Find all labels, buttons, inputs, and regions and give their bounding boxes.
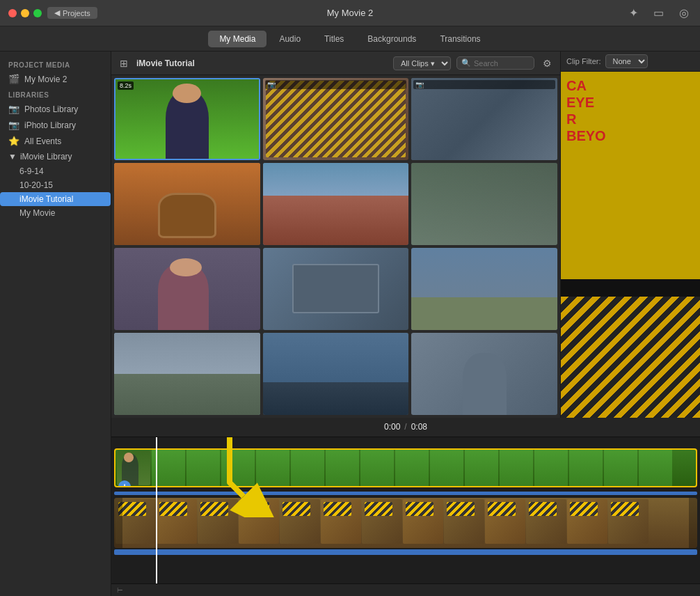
libraries-label: LIBRARIES xyxy=(0,87,111,101)
film-icon: 🎬 xyxy=(8,74,19,84)
frame-1 xyxy=(117,450,150,485)
track-secondary-frames xyxy=(114,498,697,548)
sec-frame-9 xyxy=(444,499,484,544)
time-separator: / xyxy=(404,422,406,432)
sidebar-project-name: My Movie 2 xyxy=(24,74,67,84)
sec-frame-8 xyxy=(403,499,443,544)
frame-16 xyxy=(639,449,672,487)
thumbnail-7[interactable] xyxy=(114,248,260,330)
frame-13 xyxy=(534,449,568,487)
magic-wand-icon[interactable]: ✦ xyxy=(626,5,641,21)
thumbnail-8[interactable] xyxy=(263,248,409,330)
timeline-zoom-icon[interactable]: ⊢ xyxy=(117,586,123,594)
back-label: Projects xyxy=(63,9,90,17)
sec-frame-10 xyxy=(485,499,525,544)
back-button[interactable]: ◀ Projects xyxy=(47,7,97,19)
current-time: 0:00 xyxy=(384,422,400,432)
traffic-lights xyxy=(8,9,42,17)
timeline-header: 0:00 / 0:08 xyxy=(111,418,700,437)
sidebar-imovie-library[interactable]: ▼ iMovie Library xyxy=(0,149,111,164)
sidebar-iphoto-label: iPhoto Library xyxy=(24,120,76,130)
frame-2 xyxy=(152,449,185,487)
thumbnail-11[interactable] xyxy=(263,333,409,415)
titlebar-icons: ✦ ▭ ◎ xyxy=(626,5,692,21)
sidebar-item-iphoto[interactable]: 📷 iPhoto Library xyxy=(0,117,111,133)
thumbnail-12[interactable] xyxy=(411,333,557,415)
camera-icon-3: 📷 xyxy=(413,80,555,89)
aspect-ratio-icon[interactable]: ▭ xyxy=(651,5,667,21)
track-left-handle[interactable] xyxy=(114,498,122,548)
thumbnail-10[interactable] xyxy=(114,333,260,415)
sidebar-item-photos[interactable]: 📷 Photos Library xyxy=(0,101,111,117)
titlebar-left: ◀ Projects xyxy=(8,7,97,19)
sidebar-item-all-events[interactable]: ⭐ All Events xyxy=(0,133,111,149)
frame-12 xyxy=(500,449,533,487)
selection-bar xyxy=(114,549,697,555)
thumbnail-6[interactable] xyxy=(411,163,557,245)
sidebar-photos-label: Photos Library xyxy=(24,104,78,114)
track-connector xyxy=(114,492,697,495)
tab-titles[interactable]: Titles xyxy=(313,31,355,47)
sidebar-item-imovie-tutorial[interactable]: iMovie Tutorial xyxy=(0,192,111,206)
track-main[interactable]: 8.2s xyxy=(114,448,697,487)
sidebar-item-6-9-14[interactable]: 6-9-14 xyxy=(0,164,111,178)
filter-settings-icon[interactable]: ⚙ xyxy=(540,56,555,70)
sec-frame-6 xyxy=(321,499,361,544)
tab-transitions[interactable]: Transitions xyxy=(429,31,491,47)
tab-audio[interactable]: Audio xyxy=(268,31,312,47)
frame-9 xyxy=(395,449,429,487)
toolbar: My Media Audio Titles Backgrounds Transi… xyxy=(0,26,700,52)
sec-frame-13 xyxy=(608,499,649,544)
media-title: iMovie Tutorial xyxy=(136,58,388,68)
camera-icon-2: 📷 xyxy=(265,80,407,89)
tab-backgrounds[interactable]: Backgrounds xyxy=(356,31,427,47)
tab-my-media[interactable]: My Media xyxy=(208,31,267,47)
track-main-frames xyxy=(116,450,674,486)
media-header: ⊞ iMovie Tutorial All Clips ▾ 🔍 ⚙ xyxy=(111,52,560,75)
clip-filter-select[interactable]: All Clips ▾ xyxy=(393,56,451,70)
sec-frame-2 xyxy=(157,499,197,544)
frame-3 xyxy=(186,449,220,487)
thumbnail-9[interactable] xyxy=(411,248,557,330)
sec-frame-7 xyxy=(362,499,402,544)
frame-15 xyxy=(604,449,637,487)
media-browser: ⊞ iMovie Tutorial All Clips ▾ 🔍 ⚙ xyxy=(111,52,561,418)
content-area: ⊞ iMovie Tutorial All Clips ▾ 🔍 ⚙ xyxy=(111,52,700,596)
sidebar: PROJECT MEDIA 🎬 My Movie 2 LIBRARIES 📷 P… xyxy=(0,52,111,596)
thumbnail-5[interactable] xyxy=(263,163,409,245)
search-icon: 🔍 xyxy=(461,58,471,68)
project-media-label: PROJECT MEDIA xyxy=(0,57,111,71)
track-right-handle[interactable] xyxy=(689,498,697,548)
thumbnail-4[interactable] xyxy=(114,163,260,245)
sidebar-item-my-movie[interactable]: My Movie xyxy=(0,206,111,220)
maximize-button[interactable] xyxy=(33,9,42,17)
sidebar-item-project[interactable]: 🎬 My Movie 2 xyxy=(0,71,111,87)
triangle-icon: ▼ xyxy=(8,152,17,162)
thumbnail-grid: 8.2s 📷 📷 xyxy=(111,75,560,418)
sec-frame-5 xyxy=(280,499,320,544)
clip-filter-label: Clip Filter: xyxy=(566,57,601,65)
frame-5 xyxy=(256,449,289,487)
thumbnail-2[interactable]: 📷 xyxy=(263,78,409,160)
search-input[interactable] xyxy=(474,59,530,68)
preview-video: CAEYERBEYO xyxy=(561,72,700,418)
sidebar-item-10-20-15[interactable]: 10-20-15 xyxy=(0,178,111,192)
grid-view-button[interactable]: ⊞ xyxy=(117,56,131,70)
sec-frame-4 xyxy=(239,499,279,544)
clip-filter-dropdown[interactable]: None xyxy=(605,54,648,68)
settings-icon[interactable]: ◎ xyxy=(676,5,692,21)
clip-filter-area: Clip Filter: None xyxy=(561,52,700,72)
search-box[interactable]: 🔍 xyxy=(456,56,534,70)
minimize-button[interactable] xyxy=(21,9,29,17)
timeline-bottom-bar: ⊢ xyxy=(111,583,700,596)
thumbnail-3[interactable]: 📷 xyxy=(411,78,557,160)
sidebar-imovie-label: iMovie Library xyxy=(20,152,72,162)
track-secondary[interactable] xyxy=(114,498,697,548)
star-icon: ⭐ xyxy=(8,136,19,146)
sec-frame-12 xyxy=(567,499,607,544)
window-title: My Movie 2 xyxy=(327,8,373,18)
main-area: PROJECT MEDIA 🎬 My Movie 2 LIBRARIES 📷 P… xyxy=(0,52,700,596)
thumbnail-1[interactable]: 8.2s xyxy=(114,78,260,160)
frame-14 xyxy=(569,449,603,487)
close-button[interactable] xyxy=(8,9,17,17)
